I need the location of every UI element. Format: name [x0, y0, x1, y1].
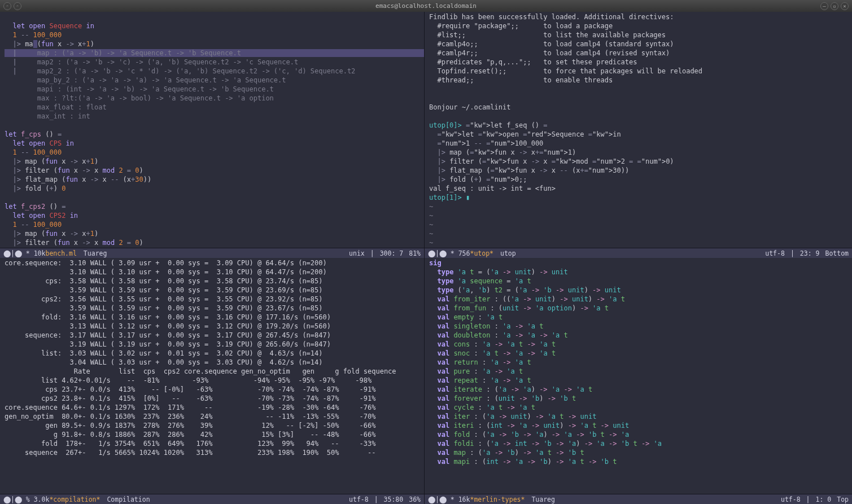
completion-item[interactable]: map : ('a -> 'b) -> 'a Sequence.t -> 'b … [21, 49, 241, 57]
completion-item[interactable]: max : ?lt:('a -> 'a -> bool) -> 'a Seque… [21, 94, 274, 102]
modeline-flags: ⬤|⬤ * 16k [428, 495, 470, 504]
window-title: emacs@localhost.localdomain [375, 2, 477, 11]
modeline-pct: 81% [409, 249, 421, 258]
app-menu-icon[interactable]: ◦ [3, 2, 11, 10]
modeline-pct: 36% [409, 495, 421, 504]
modeline-buffer[interactable]: bench.ml [45, 249, 76, 258]
left-column: let open Sequence in 1 -- 100_000 |> ma … [0, 12, 425, 504]
completion-item[interactable]: max_float : float [21, 103, 107, 111]
modeline-enc: utf-8 [781, 495, 801, 504]
bench-modeline: ⬤|⬤ * 10k bench.ml Tuareg unix | 300: 7 … [0, 248, 424, 258]
completion-item[interactable]: map_by_2 : ('a -> 'a -> 'a) -> 'a Sequen… [21, 76, 286, 84]
modeline-pos: 300: 7 [380, 249, 404, 258]
modeline-pct: Top [837, 495, 849, 504]
minimize-icon[interactable]: – [820, 2, 828, 10]
modeline-buffer[interactable]: *utop* [470, 249, 493, 258]
workspace: let open Sequence in 1 -- 100_000 |> ma … [0, 12, 852, 504]
modeline-pos: 23: 9 [800, 249, 820, 258]
utop-pane[interactable]: Findlib has been successfully loaded. Ad… [425, 12, 852, 248]
close-icon[interactable]: × [841, 2, 849, 10]
bench-editor-pane[interactable]: let open Sequence in 1 -- 100_000 |> ma … [0, 12, 424, 248]
modeline-buffer[interactable]: *compilation* [49, 495, 100, 504]
completion-item[interactable]: map2_2 : ('a -> 'b -> 'c * 'd) -> ('a, '… [21, 67, 355, 75]
modeline-flags: ⬤|⬤ % 3.0k [3, 495, 49, 504]
modeline-flags: ⬤|⬤ * 10k [3, 249, 45, 258]
titlebar-left-controls: ◦ ◦ [3, 2, 21, 10]
modeline-enc: utf-8 [765, 249, 785, 258]
modeline-buffer[interactable]: *merlin-types* [470, 495, 525, 504]
modeline-major: utop [500, 249, 516, 258]
modeline-major: Compilation [107, 495, 150, 504]
compilation-pane[interactable]: core.sequence: 3.10 WALL ( 3.09 usr + 0.… [0, 258, 424, 494]
completion-item[interactable]: map2 : ('a -> 'b -> 'c) -> ('a, 'b) Sequ… [21, 58, 298, 66]
modeline-major: Tuareg [531, 495, 555, 504]
merlin-types-pane[interactable]: sig type 'a t = ('a -> unit) -> unit typ… [425, 258, 852, 494]
utop-modeline: ⬤|⬤ * 756 *utop* utop utf-8 | 23: 9 Bott… [425, 248, 852, 258]
compilation-modeline: ⬤|⬤ % 3.0k *compilation* Compilation utf… [0, 494, 424, 504]
modeline-enc: utf-8 [349, 495, 369, 504]
merlin-modeline: ⬤|⬤ * 16k *merlin-types* Tuareg utf-8 | … [425, 494, 852, 504]
maximize-icon[interactable]: ▫ [831, 2, 838, 10]
modeline-pos: 35:80 [384, 495, 404, 504]
window-titlebar: ◦ ◦ emacs@localhost.localdomain – ▫ × [0, 0, 852, 12]
completion-item[interactable]: mapi : (int -> 'a -> 'b) -> 'a Sequence.… [21, 85, 274, 93]
completion-item[interactable]: max_int : int [21, 112, 90, 120]
modeline-flags: ⬤|⬤ * 756 [428, 249, 470, 258]
modeline-pos: 1: 0 [816, 495, 832, 504]
modeline-major: Tuareg [84, 249, 107, 258]
titlebar-right-controls: – ▫ × [820, 2, 849, 10]
right-column: Findlib has been successfully loaded. Ad… [425, 12, 852, 504]
modeline-tag: unix [349, 249, 365, 258]
pin-icon[interactable]: ◦ [14, 2, 21, 10]
modeline-pct: Bottom [825, 249, 849, 258]
